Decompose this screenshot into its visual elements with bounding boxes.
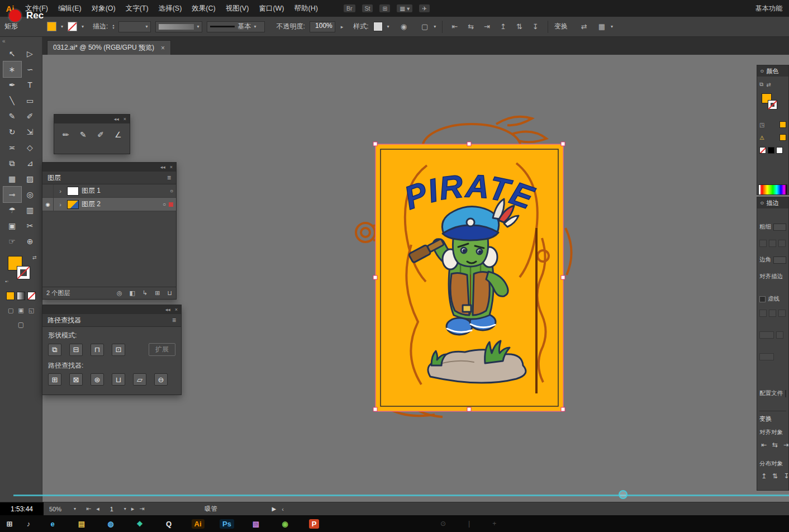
document-tab[interactable]: 0312.ai* @ 50% (RGB/GPU 预览) × xyxy=(47,40,171,55)
chevron-down-icon[interactable]: ▾ xyxy=(124,506,126,511)
eyedropper-tool[interactable]: ⊸ xyxy=(3,187,21,202)
out-of-gamut-icon[interactable]: ⚠ xyxy=(759,135,764,141)
back-icon[interactable]: ‹ xyxy=(282,506,284,512)
rotate-tool[interactable]: ↻ xyxy=(3,124,21,140)
qq-icon[interactable]: Q xyxy=(154,515,183,532)
crop-icon[interactable]: ⊔ xyxy=(112,373,125,386)
color-mode-button[interactable] xyxy=(6,292,15,300)
line-segment-tool[interactable]: ╲ xyxy=(3,93,21,108)
collapse-icon[interactable]: ◂◂ xyxy=(160,164,165,170)
color-panel-header[interactable]: ≎ 颜色 xyxy=(757,65,788,77)
recorder-timeline[interactable] xyxy=(13,495,789,496)
toolbar-collapse[interactable]: « xyxy=(0,37,42,46)
swap-fill-stroke-icon[interactable]: ⇄ xyxy=(32,255,37,260)
brush-select[interactable]: ▾ xyxy=(155,21,202,32)
recorder-timeline-handle[interactable] xyxy=(619,490,628,499)
last-artboard-icon[interactable]: ⇥ xyxy=(139,505,144,512)
target-circle-icon[interactable]: ○ xyxy=(170,188,173,194)
globe-icon[interactable]: ◍ xyxy=(96,515,125,532)
target-circle-icon[interactable]: ○ xyxy=(163,201,166,207)
tray-icon-1[interactable]: ⊙ xyxy=(440,520,446,528)
unite-icon[interactable]: ⧉ xyxy=(48,344,61,356)
stroke-style-select[interactable]: 基本 ▾ xyxy=(207,21,265,32)
paintbrush-tool[interactable]: ✎ xyxy=(3,108,21,124)
panel-header[interactable]: ◂◂ × xyxy=(42,163,176,172)
clipping-mask-icon[interactable]: ◧ xyxy=(130,289,135,297)
prev-artboard-icon[interactable]: ◂ xyxy=(96,505,99,512)
layers-tab[interactable]: 图层 ≡ xyxy=(42,172,176,184)
divide-icon[interactable]: ⊞ xyxy=(48,373,61,386)
color-option-icon[interactable]: ⧉ xyxy=(759,81,763,88)
stroke-weight-stepper[interactable]: ▴▾ xyxy=(112,24,114,30)
gradient-mode-button[interactable] xyxy=(17,292,25,300)
align-right-icon[interactable]: ⇥ xyxy=(481,22,493,31)
smooth-tool-icon[interactable]: ✎ xyxy=(77,128,89,141)
align-objects-right-icon[interactable]: ⇥ xyxy=(782,441,789,449)
fill-color-swatch[interactable] xyxy=(47,22,56,31)
align-middle-icon[interactable]: ⇅ xyxy=(514,22,525,31)
color-spectrum[interactable] xyxy=(758,184,787,195)
artboard-number[interactable]: 1 xyxy=(104,506,119,512)
layer-row[interactable]: › 图层 1 ○ xyxy=(42,184,176,198)
delete-layer-icon[interactable]: ⊔ xyxy=(167,289,172,297)
fill-stroke-indicator[interactable]: ⇄ ▪▫ xyxy=(4,255,38,284)
visibility-toggle[interactable]: ◉ xyxy=(42,198,54,211)
collapse-icon[interactable]: ◂◂ xyxy=(114,116,119,122)
hand-tool[interactable]: ☞ xyxy=(3,234,21,249)
color-group-icon[interactable]: ◳ xyxy=(759,122,764,128)
stroke-weight-select[interactable]: ▾ xyxy=(118,21,151,32)
join-tool-icon[interactable]: ∠ xyxy=(112,128,124,141)
pencil-tool-icon[interactable]: ✏ xyxy=(60,128,72,141)
rectangle-tool[interactable]: ▭ xyxy=(21,93,39,108)
lasso-tool[interactable]: ∽ xyxy=(21,61,39,77)
path-eraser-tool-icon[interactable]: ✐ xyxy=(95,128,107,141)
type-tool[interactable]: T xyxy=(21,77,39,93)
shape-builder-tool[interactable]: ⧉ xyxy=(3,155,21,171)
menu-item[interactable]: 视图(V) xyxy=(221,0,254,17)
color-swatch[interactable] xyxy=(780,134,786,141)
safety-icon[interactable]: ◉ xyxy=(270,515,300,532)
stroke-panel-header[interactable]: ≎ 描边 xyxy=(757,197,788,208)
chevron-down-icon[interactable]: ▾ xyxy=(611,24,613,29)
close-icon[interactable]: × xyxy=(123,116,126,122)
align-objects-center-icon[interactable]: ⇆ xyxy=(771,441,780,449)
panel-menu-icon[interactable]: ≡ xyxy=(172,316,176,324)
trim-icon[interactable]: ⊠ xyxy=(69,373,83,386)
close-icon[interactable]: × xyxy=(170,164,173,170)
new-layer-icon[interactable]: ⊞ xyxy=(155,289,160,297)
locate-object-icon[interactable]: ◎ xyxy=(117,289,122,297)
stroke-swatch[interactable] xyxy=(768,100,777,110)
expand-icon[interactable]: › xyxy=(56,201,64,208)
recolor-artwork-icon[interactable]: ◉ xyxy=(400,22,408,31)
menu-item[interactable]: 窗口(W) xyxy=(254,0,289,17)
layer-name[interactable]: 图层 1 xyxy=(82,186,101,196)
layer-name[interactable]: 图层 2 xyxy=(82,200,101,209)
bridge-icon[interactable]: Br xyxy=(344,4,355,13)
photoshop-icon[interactable]: Ps xyxy=(212,515,241,532)
color-swatch[interactable] xyxy=(780,121,786,128)
distribute-bottom-icon[interactable]: ↧ xyxy=(782,472,789,480)
panel-menu-icon[interactable]: ≡ xyxy=(167,174,171,182)
visibility-toggle[interactable] xyxy=(42,184,54,197)
folder-icon[interactable]: ▤ xyxy=(67,515,96,532)
dashed-line-checkbox[interactable] xyxy=(759,296,766,302)
powerpoint-icon[interactable]: P xyxy=(300,515,329,532)
selection-tool[interactable]: ↖ xyxy=(3,46,21,61)
image-viewer-icon[interactable]: ▧ xyxy=(241,515,270,532)
magic-wand-tool[interactable]: ∗ xyxy=(3,61,21,77)
stroke-swatch[interactable] xyxy=(17,266,30,279)
workspace-switcher-icon[interactable]: ▦ ▾ xyxy=(397,4,412,13)
messenger-icon[interactable]: ❖ xyxy=(125,515,154,532)
gradient-tool[interactable]: ▨ xyxy=(21,171,39,187)
artboard-options-icon[interactable]: ▢ xyxy=(420,22,429,31)
zoom-select[interactable]: 50% ▾ xyxy=(44,506,82,512)
tray-icon-3[interactable]: + xyxy=(492,520,496,528)
minus-back-icon[interactable]: ⊖ xyxy=(154,373,168,386)
chevron-down-icon[interactable]: ▾ xyxy=(434,24,436,29)
zoom-tool[interactable]: ⊕ xyxy=(21,234,39,249)
artwork-poster[interactable]: PIRATE xyxy=(376,144,563,411)
stock-icon[interactable]: St xyxy=(362,4,373,13)
expand-icon[interactable]: › xyxy=(56,188,64,194)
collapse-icon[interactable]: ◂◂ xyxy=(165,307,170,312)
menu-item[interactable]: 文字(T) xyxy=(121,0,154,17)
